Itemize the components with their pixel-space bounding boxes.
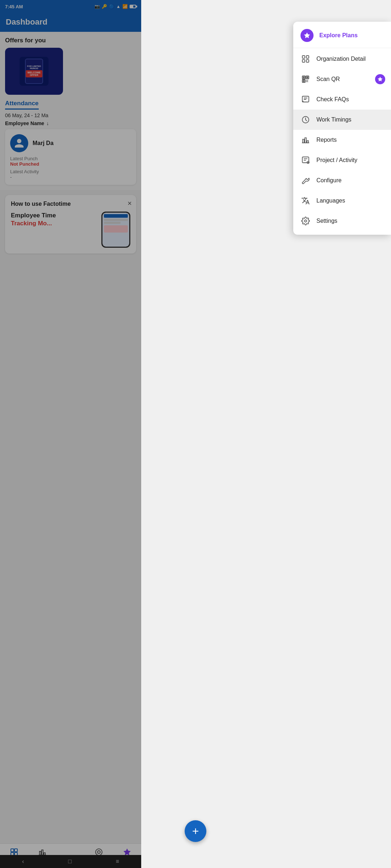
menu-overlay[interactable] — [0, 0, 141, 309]
